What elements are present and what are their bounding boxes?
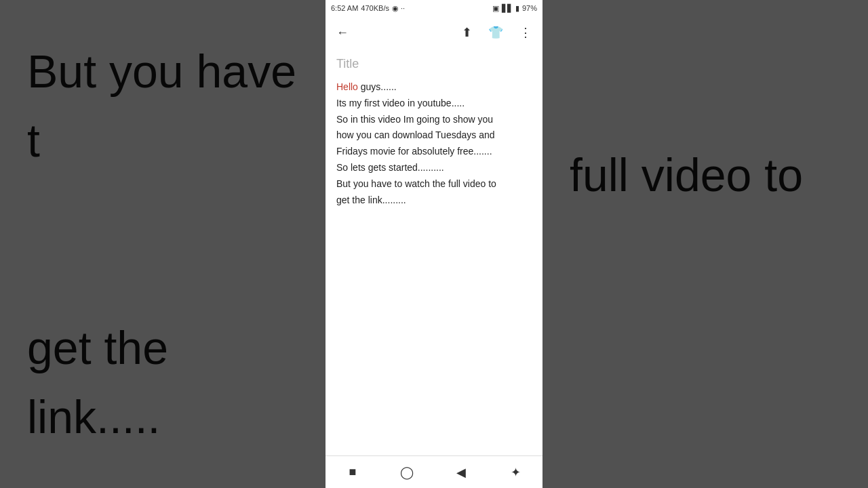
assist-button[interactable]: ✦ — [502, 459, 529, 486]
time-display: 6:52 AM — [331, 4, 358, 12]
background-left-panel: But you have tget the link..... — [0, 0, 326, 488]
action-bar: ← ⬆ 👕 ⋮ — [326, 16, 542, 49]
battery-icon: ▮ — [515, 4, 519, 13]
note-line-8: get the link......... — [336, 195, 406, 205]
more-button[interactable]: ⋮ — [517, 22, 534, 43]
battery-percentage: 97% — [522, 4, 537, 12]
note-line-4: how you can download Tuesdays and — [336, 129, 495, 140]
more-icon: ⋮ — [519, 25, 532, 40]
note-content-area[interactable]: Title Hello guys...... Its my first vide… — [326, 49, 542, 455]
background-right-text: full video to — [570, 140, 803, 348]
nav-back-icon: ◀ — [456, 465, 466, 480]
nav-back-button[interactable]: ◀ — [448, 459, 475, 486]
background-left-text: But you have tget the link..... — [27, 37, 298, 451]
phone-frame: 6:52 AM 470KB/s ◉ ·· ▣ ▋▋ ▮ 97% ← ⬆ 👕 ⋮ — [326, 0, 542, 488]
note-body[interactable]: Hello guys...... Its my first video in y… — [336, 79, 532, 208]
stop-button[interactable]: ■ — [339, 459, 366, 486]
status-right: ▣ ▋▋ ▮ 97% — [492, 4, 537, 13]
share-button[interactable]: ⬆ — [459, 22, 475, 43]
note-line-5: Fridays movie for absolutely free....... — [336, 146, 492, 157]
note-line-6: So lets gets started.......... — [336, 162, 444, 173]
network-speed: 470KB/s — [361, 4, 389, 12]
bottom-navigation: ■ ◯ ◀ ✦ — [326, 455, 542, 488]
background-right-panel: full video to — [542, 0, 868, 488]
screen-icon: ▣ — [492, 4, 499, 13]
note-title[interactable]: Title — [336, 57, 532, 71]
shirt-icon: 👕 — [488, 25, 503, 40]
note-line-7: But you have to watch the full video to — [336, 178, 496, 189]
note-line-1: Hello — [336, 81, 358, 92]
home-button[interactable]: ◯ — [393, 459, 420, 486]
note-line-2: Its my first video in youtube..... — [336, 98, 465, 108]
share-icon: ⬆ — [462, 25, 472, 40]
status-bar: 6:52 AM 470KB/s ◉ ·· ▣ ▋▋ ▮ 97% — [326, 0, 542, 16]
note-line-1b: guys...... — [358, 81, 397, 92]
back-icon: ← — [336, 26, 349, 40]
stop-icon: ■ — [349, 465, 357, 479]
action-icons: ⬆ 👕 ⋮ — [459, 22, 534, 43]
status-dots: ◉ ·· — [392, 4, 405, 13]
theme-button[interactable]: 👕 — [486, 22, 506, 43]
home-icon: ◯ — [400, 465, 414, 480]
assist-icon: ✦ — [511, 465, 521, 480]
note-line-3: So in this video Im going to show you — [336, 114, 493, 125]
status-left: 6:52 AM 470KB/s ◉ ·· — [331, 4, 405, 13]
signal-icon: ▋▋ — [502, 4, 513, 13]
back-button[interactable]: ← — [334, 23, 351, 43]
